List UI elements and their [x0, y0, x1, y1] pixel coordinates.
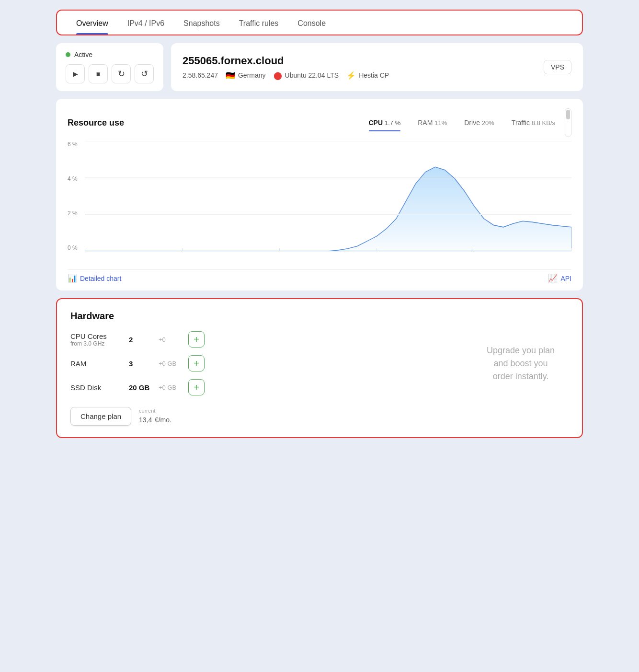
server-info-card: 255065.fornex.cloud 2.58.65.247 🇩🇪 Germa… [171, 43, 583, 91]
tick-4 [377, 248, 377, 251]
ram-spec-value: 3 [129, 359, 153, 368]
resource-tabs: CPU 1.7 % RAM 11% Drive 20% Traffic 8.8 … [361, 108, 572, 137]
cpu-label: CPU [369, 119, 383, 127]
resource-card: Resource use CPU 1.7 % RAM 11% Drive 20%… [56, 99, 583, 290]
ram-spec-addon: +0 GB [159, 360, 183, 367]
change-plan-button[interactable]: Change plan [70, 407, 131, 426]
ram-label: RAM [418, 119, 433, 127]
drive-label: Drive [464, 119, 480, 127]
grid-line-mid2 [85, 214, 571, 215]
resource-tab-ram[interactable]: RAM 11% [410, 115, 455, 130]
status-card: Active ▶ ■ ↻ ↺ [56, 43, 163, 91]
panel-name: Hestia CP [359, 71, 389, 79]
ram-spec-label: RAM [70, 359, 123, 368]
spec-row-cpu-inner: CPU Cores from 3.0 GHz 2 +0 + [70, 331, 454, 348]
server-panel: ⚡ Hestia CP [346, 71, 389, 80]
plan-price: current 13,4 €/mo. [139, 408, 171, 425]
y-label-4: 4 % [68, 175, 82, 182]
country-flag: 🇩🇪 [226, 71, 235, 80]
chart-canvas [85, 141, 571, 251]
traffic-value: 8.8 KB/s [532, 119, 555, 127]
play-button[interactable]: ▶ [66, 64, 85, 83]
price-value: 13,4 €/mo. [139, 414, 171, 425]
action-buttons: ▶ ■ ↻ ↺ [66, 64, 154, 83]
tick-1 [85, 248, 85, 251]
tick-2 [182, 248, 183, 251]
hardware-specs: CPU Cores from 3.0 GHz 2 +0 + RAM 3 +0 G… [70, 331, 454, 395]
status-dot [66, 52, 70, 57]
cpu-cores-value: 2 [129, 336, 153, 344]
ssd-add-button[interactable]: + [188, 379, 205, 395]
os-name: Ubuntu 22.04 LTS [285, 71, 339, 79]
y-label-0: 0 % [68, 244, 82, 251]
chart-scrollbar[interactable] [565, 108, 571, 137]
tab-snapshots[interactable]: Snapshots [174, 11, 229, 35]
hardware-title: Hardware [70, 311, 569, 322]
spec-row-ram: RAM 3 +0 GB + [70, 355, 454, 371]
ssd-spec-addon: +0 GB [159, 384, 183, 391]
server-country: 🇩🇪 Germany [226, 71, 266, 80]
price-unit: €/mo. [155, 416, 171, 424]
grid-line-top [85, 141, 571, 141]
spec-row-cpu: CPU Cores from 3.0 GHz 2 +0 + [70, 331, 454, 348]
server-hostname: 255065.fornex.cloud [183, 55, 389, 67]
ssd-spec-label: SSD Disk [70, 383, 123, 392]
traffic-label: Traffic [512, 119, 530, 127]
cpu-cores-sub: from 3.0 GHz [70, 340, 123, 347]
server-meta: 2.58.65.247 🇩🇪 Germany ⬤ Ubuntu 22.04 LT… [183, 71, 389, 80]
ram-add-button[interactable]: + [188, 355, 205, 371]
hardware-body: CPU Cores from 3.0 GHz 2 +0 + RAM 3 +0 G… [70, 331, 569, 395]
detailed-chart-link[interactable]: 📊 Detailed chart [68, 274, 121, 283]
api-label: API [560, 275, 571, 282]
detailed-chart-icon: 📊 [68, 274, 77, 283]
tab-traffic-rules[interactable]: Traffic rules [229, 11, 288, 35]
ssd-spec-value: 20 GB [129, 383, 153, 392]
server-ip: 2.58.65.247 [183, 71, 218, 79]
spec-cpu-label-group: CPU Cores from 3.0 GHz [70, 332, 123, 347]
chart-footer: 📊 Detailed chart 📈 API [68, 269, 571, 283]
hardware-upgrade-text: Upgrade you planand boost youorder insta… [473, 331, 569, 395]
ram-value: 11% [434, 119, 447, 127]
scrollbar-thumb [566, 110, 570, 119]
x-ticks [85, 248, 571, 251]
resource-tab-drive[interactable]: Drive 20% [456, 115, 502, 130]
os-icon: ⬤ [274, 71, 282, 80]
hardware-card: Hardware CPU Cores from 3.0 GHz 2 +0 + [56, 298, 583, 438]
reset-button[interactable]: ↺ [135, 64, 154, 83]
chart-y-labels: 6 % 4 % 2 % 0 % [68, 141, 82, 251]
grid-line-bottom [85, 251, 571, 252]
api-icon: 📈 [548, 274, 558, 283]
ip-address: 2.58.65.247 [183, 71, 218, 79]
api-link[interactable]: 📈 API [548, 274, 571, 283]
chart-area: 6 % 4 % 2 % 0 % [68, 141, 571, 266]
tab-console[interactable]: Console [288, 11, 335, 35]
chart-area-path [85, 167, 571, 251]
tick-6 [571, 248, 571, 251]
y-label-6: 6 % [68, 141, 82, 148]
panel-icon: ⚡ [346, 71, 356, 80]
stop-button[interactable]: ■ [89, 64, 108, 83]
tick-3 [279, 248, 280, 251]
price-label: current [139, 408, 171, 414]
resource-header: Resource use CPU 1.7 % RAM 11% Drive 20%… [68, 108, 571, 137]
vps-badge: VPS [544, 60, 571, 74]
country-name: Germany [238, 71, 266, 79]
status-indicator: Active [66, 51, 154, 58]
cpu-value: 1.7 % [385, 119, 400, 127]
cpu-cores-label: CPU Cores [70, 332, 123, 340]
resource-title: Resource use [68, 118, 124, 128]
tab-ipv4-ipv6[interactable]: IPv4 / IPv6 [118, 11, 174, 35]
y-label-2: 2 % [68, 210, 82, 217]
spec-row-ssd: SSD Disk 20 GB +0 GB + [70, 379, 454, 395]
cpu-cores-add-button[interactable]: + [188, 331, 205, 348]
resource-tab-traffic[interactable]: Traffic 8.8 KB/s [504, 115, 563, 130]
cpu-cores-addon: +0 [159, 336, 183, 343]
restart-button[interactable]: ↻ [112, 64, 131, 83]
hardware-footer: Change plan current 13,4 €/mo. [70, 407, 569, 426]
tab-overview[interactable]: Overview [67, 11, 118, 35]
status-label: Active [74, 51, 92, 58]
resource-tab-cpu[interactable]: CPU 1.7 % [361, 115, 409, 130]
grid-line-mid1 [85, 178, 571, 178]
chart-svg [85, 141, 571, 251]
status-row: Active ▶ ■ ↻ ↺ 255065.fornex.cloud 2.58.… [56, 43, 583, 91]
